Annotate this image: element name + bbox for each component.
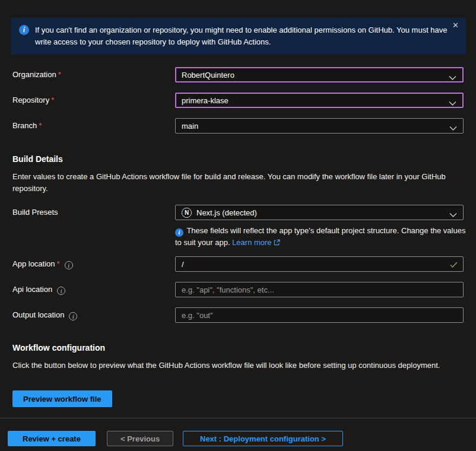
- info-tooltip-icon[interactable]: i: [69, 312, 77, 320]
- branch-label-text: Branch: [12, 121, 37, 130]
- required-asterisk: *: [51, 96, 54, 104]
- workflow-configuration-description: Click the button below to preview what t…: [12, 360, 465, 371]
- info-icon: i: [175, 228, 183, 237]
- presets-note: i These fields will reflect the app type…: [175, 225, 466, 249]
- learn-more-link[interactable]: Learn more: [232, 238, 271, 247]
- organization-label: Organization*: [12, 67, 175, 82]
- app-location-input[interactable]: [182, 257, 446, 271]
- github-permissions-info-banner: i If you can't find an organization or r…: [11, 18, 466, 55]
- close-icon[interactable]: ✕: [452, 21, 459, 29]
- required-asterisk: *: [58, 70, 61, 79]
- banner-message: If you can't find an organization or rep…: [35, 24, 448, 47]
- output-location-field: [175, 307, 464, 323]
- next-deployment-configuration-button[interactable]: Next : Deployment configuration >: [183, 431, 343, 446]
- branch-value: main: [182, 122, 198, 131]
- api-location-row: Api locationi: [12, 282, 464, 297]
- api-location-input[interactable]: [182, 282, 457, 297]
- organization-row: Organization* RobertQuintero: [12, 67, 464, 82]
- build-presets-value: Next.js (detected): [196, 208, 257, 217]
- nextjs-icon: N: [182, 208, 192, 218]
- review-create-button[interactable]: Review + create: [8, 431, 96, 446]
- output-location-row: Output locationi: [12, 307, 464, 323]
- output-location-label-text: Output location: [12, 310, 64, 319]
- build-details-heading: Build Details: [12, 154, 63, 164]
- presets-note-text: These fields will reflect the app type's…: [175, 226, 465, 247]
- repository-row: Repository* primera-klase: [12, 93, 464, 108]
- app-location-field: [175, 256, 464, 272]
- repository-value: primera-klase: [182, 96, 229, 105]
- info-tooltip-icon[interactable]: i: [57, 287, 65, 295]
- branch-dropdown[interactable]: main: [175, 118, 464, 134]
- required-asterisk: *: [39, 121, 42, 130]
- organization-label-text: Organization: [12, 70, 56, 79]
- output-location-label: Output locationi: [12, 307, 175, 323]
- previous-button[interactable]: < Previous: [107, 431, 173, 446]
- branch-label: Branch*: [12, 118, 175, 134]
- chevron-down-icon: [449, 74, 456, 82]
- organization-value: RobertQuintero: [182, 71, 234, 80]
- api-location-label: Api locationi: [12, 282, 175, 297]
- app-location-label-text: App location: [12, 259, 55, 268]
- app-location-label: App location*i: [12, 256, 175, 272]
- build-presets-label: Build Presets: [12, 205, 175, 220]
- chevron-down-icon: [449, 99, 456, 108]
- app-location-row: App location*i: [12, 256, 464, 272]
- output-location-input[interactable]: [182, 308, 457, 322]
- api-location-field: [175, 282, 464, 297]
- valid-check-icon: [450, 261, 458, 270]
- repository-label-text: Repository: [12, 96, 49, 104]
- required-asterisk: *: [57, 259, 60, 268]
- footer-divider: [0, 418, 476, 418]
- chevron-down-icon: [449, 124, 457, 133]
- info-tooltip-icon[interactable]: i: [65, 261, 73, 269]
- preview-workflow-file-button[interactable]: Preview workflow file: [12, 390, 112, 407]
- build-details-description: Enter values to create a GitHub Actions …: [12, 171, 465, 195]
- api-location-label-text: Api location: [12, 285, 52, 294]
- external-link-icon: [274, 237, 280, 249]
- organization-dropdown[interactable]: RobertQuintero: [175, 67, 464, 82]
- branch-row: Branch* main: [12, 118, 464, 134]
- repository-dropdown[interactable]: primera-klase: [175, 93, 464, 108]
- build-presets-row: Build Presets N Next.js (detected): [12, 205, 464, 220]
- info-icon: i: [19, 25, 29, 35]
- build-presets-dropdown[interactable]: N Next.js (detected): [175, 205, 464, 220]
- chevron-down-icon: [449, 211, 457, 220]
- repository-label: Repository*: [12, 93, 175, 108]
- workflow-configuration-heading: Workflow configuration: [12, 343, 105, 352]
